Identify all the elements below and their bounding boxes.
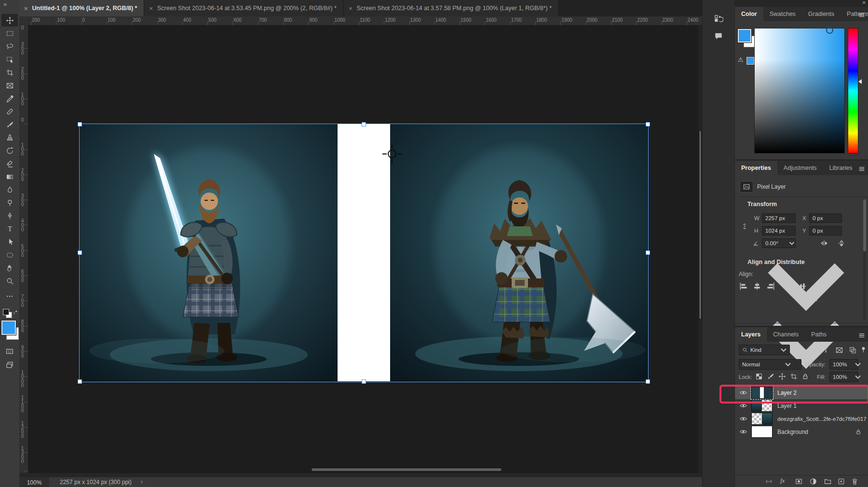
layer-row-layer1[interactable]: Layer 1 — [735, 399, 868, 412]
opacity-field[interactable]: 100% — [829, 359, 858, 370]
align-center-vertical-icon[interactable] — [798, 281, 807, 291]
history-panel-icon[interactable] — [711, 12, 726, 26]
layer-name[interactable]: Layer 2 — [777, 390, 868, 396]
gamut-color-swatch[interactable] — [746, 57, 754, 65]
new-adjustment-layer-icon[interactable] — [809, 477, 817, 486]
y-position-field[interactable]: 0 px — [809, 226, 842, 236]
foreground-color-swatch[interactable] — [1, 320, 16, 335]
link-layers-icon[interactable] — [765, 477, 773, 486]
flip-horizontal-icon[interactable] — [820, 239, 828, 248]
collapse-panels-icon[interactable]: » — [862, 0, 866, 6]
new-group-icon[interactable] — [824, 477, 832, 486]
layer-style-fx-icon[interactable]: fx — [780, 477, 785, 485]
visibility-eye-icon[interactable] — [735, 429, 751, 435]
color-picker-ring[interactable] — [826, 27, 833, 34]
filter-adjustment-layers-icon[interactable] — [808, 346, 816, 354]
align-left-icon[interactable] — [739, 281, 748, 291]
selection-handle-bottom-left[interactable] — [78, 379, 82, 384]
eraser-tool[interactable] — [1, 157, 18, 170]
document-tab[interactable]: × Screen Shot 2023-06-14 at 3.57.58 PM.p… — [344, 0, 559, 16]
crop-tool[interactable] — [1, 66, 18, 79]
history-brush-tool[interactable] — [1, 144, 18, 157]
selection-handle-middle-left[interactable] — [78, 250, 82, 255]
gamut-warning-icon[interactable]: ⚠ — [738, 56, 744, 63]
layer-row-layer2[interactable]: Layer 2 — [735, 386, 868, 399]
link-dimensions-icon[interactable] — [741, 218, 748, 235]
marquee-tool[interactable] — [1, 27, 18, 40]
layer-filter-kind-dropdown[interactable]: Kind — [739, 345, 790, 355]
align-center-horizontal-icon[interactable] — [752, 281, 762, 291]
frame-tool[interactable] — [1, 79, 18, 92]
flip-vertical-icon[interactable] — [837, 239, 846, 248]
selection-handle-top-left[interactable] — [78, 122, 82, 126]
align-section-header[interactable]: Align and Distribute — [747, 259, 805, 265]
object-selection-tool[interactable] — [1, 53, 18, 66]
tab-adjustments[interactable]: Adjustments — [777, 161, 823, 175]
visibility-eye-icon[interactable] — [735, 416, 751, 422]
lock-all-icon[interactable] — [801, 373, 809, 380]
tab-paths[interactable]: Paths — [805, 327, 833, 342]
delete-layer-icon[interactable] — [851, 477, 859, 486]
layer-thumbnail[interactable] — [751, 387, 773, 399]
document-image[interactable] — [80, 124, 648, 381]
horizontal-scrollbar-thumb[interactable] — [311, 468, 502, 472]
filter-toggle-icon[interactable] — [860, 345, 867, 354]
vertical-scrollbar-thumb[interactable] — [699, 130, 702, 320]
selection-handle-top-right[interactable] — [646, 122, 650, 126]
saturation-brightness-field[interactable] — [754, 28, 845, 153]
filter-shape-layers-icon[interactable] — [835, 346, 843, 354]
clone-stamp-tool[interactable] — [1, 131, 18, 144]
properties-scrollbar-thumb[interactable] — [863, 199, 866, 251]
lock-image-icon[interactable] — [767, 373, 774, 380]
hue-slider-marker[interactable] — [858, 79, 862, 84]
filter-pixel-layers-icon[interactable] — [795, 346, 803, 354]
foreground-color-swatch[interactable] — [738, 29, 751, 42]
x-position-field[interactable]: 0 px — [809, 213, 842, 223]
add-layer-mask-icon[interactable] — [795, 477, 803, 486]
dodge-tool[interactable] — [1, 196, 18, 209]
layer-thumbnail[interactable] — [751, 413, 773, 425]
zoom-tool[interactable] — [1, 275, 18, 287]
tab-channels[interactable]: Channels — [767, 327, 805, 342]
quick-mask-button[interactable] — [1, 345, 18, 358]
selection-handle-bottom-right[interactable] — [646, 379, 650, 384]
status-chevron-icon[interactable]: › — [141, 478, 143, 485]
hue-slider[interactable] — [848, 28, 858, 153]
more-tools-button[interactable] — [1, 290, 18, 303]
document-tab[interactable]: × Screen Shot 2023-06-14 at 3.53.45 PM.p… — [144, 0, 344, 16]
layer-name[interactable]: Background — [777, 429, 855, 435]
tab-gradients[interactable]: Gradients — [802, 7, 841, 21]
visibility-eye-icon[interactable] — [735, 403, 751, 409]
width-field[interactable]: 2257 px — [762, 213, 796, 223]
selection-handle-top-center[interactable] — [362, 122, 366, 126]
gradient-tool[interactable] — [1, 170, 18, 183]
layer-row-background[interactable]: Background — [735, 425, 868, 438]
hand-tool[interactable] — [1, 262, 18, 274]
tab-swatches[interactable]: Swatches — [763, 7, 802, 21]
filter-type-layers-icon[interactable] — [822, 346, 830, 354]
filter-smart-objects-icon[interactable] — [849, 346, 857, 354]
new-layer-icon[interactable] — [837, 477, 845, 486]
selection-handle-middle-right[interactable] — [646, 250, 650, 255]
layer-name[interactable]: Layer 1 — [777, 403, 868, 409]
panel-menu-icon[interactable] — [858, 331, 866, 338]
lock-artboard-icon[interactable] — [790, 373, 798, 380]
zoom-level-field[interactable]: 100% — [19, 477, 49, 487]
panel-menu-icon[interactable] — [858, 164, 866, 172]
layer-thumbnail[interactable] — [751, 426, 773, 438]
selection-handle-bottom-center[interactable] — [362, 379, 366, 384]
transform-section-header[interactable]: Transform — [747, 201, 777, 208]
healing-brush-tool[interactable] — [1, 105, 18, 118]
panel-menu-icon[interactable] — [858, 10, 866, 18]
blend-mode-dropdown[interactable]: Normal — [739, 359, 801, 370]
canvas-area[interactable] — [28, 25, 698, 473]
move-tool[interactable] — [1, 14, 18, 27]
brush-tool[interactable] — [1, 118, 18, 131]
tab-color[interactable]: Color — [735, 7, 763, 21]
comments-panel-icon[interactable] — [711, 29, 726, 43]
height-field[interactable]: 1024 px — [762, 226, 796, 236]
align-bottom-icon[interactable] — [811, 281, 821, 291]
type-tool[interactable] — [1, 223, 18, 235]
layer-row-deezgrafix[interactable]: deezgrafix_Scott...2fe-e7dc7f9fe017 — [735, 412, 868, 425]
tab-properties[interactable]: Properties — [735, 161, 777, 175]
